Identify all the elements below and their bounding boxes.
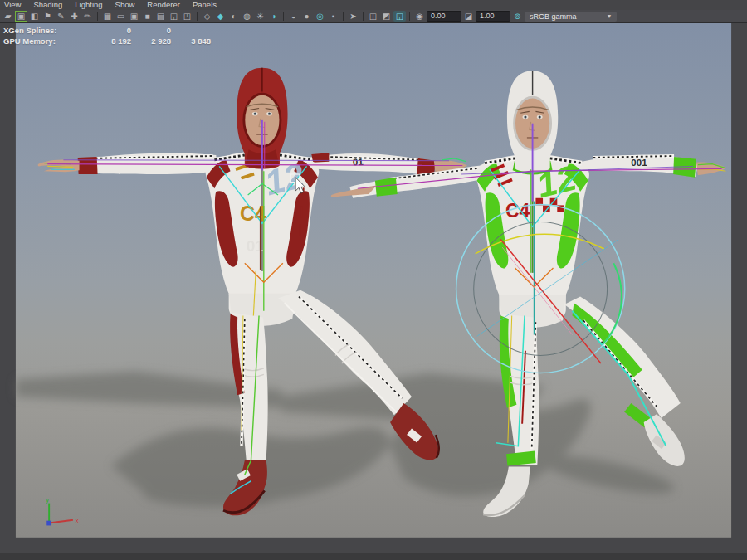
shadows-icon[interactable]: ◑	[267, 11, 280, 22]
menu-show[interactable]: Show	[115, 0, 135, 10]
hud-gpu-row: GPU Memory: 8 192 2 928 3 848	[3, 37, 211, 46]
camera-icon[interactable]: ▰	[2, 11, 14, 22]
toolbar-separator	[283, 12, 284, 21]
shaded-icon[interactable]: ◆	[214, 11, 227, 22]
toolbar-separator	[97, 12, 98, 21]
dropdown-arrow-icon: ▼	[607, 12, 613, 22]
wireframe-icon[interactable]: ◇	[201, 11, 213, 22]
hud-xgen-row: XGen Splines: 0 0	[3, 26, 211, 35]
exposure-field[interactable]: 0.00	[427, 11, 461, 22]
gamma-icon[interactable]: ◪	[462, 11, 475, 22]
grease-pencil-icon[interactable]: ✏	[81, 11, 94, 22]
exposure-icon[interactable]: ◉	[413, 11, 426, 22]
region-select-icon[interactable]: ◲	[393, 11, 406, 22]
hud-xgen-value: 0	[131, 26, 171, 35]
view-transform-icon[interactable]: ⊚	[511, 11, 524, 22]
image-overlay2-icon[interactable]: ◩	[380, 11, 393, 22]
menu-lighting[interactable]: Lighting	[75, 0, 102, 10]
resolution-gate-icon[interactable]: ▣	[128, 11, 140, 22]
dim-square-icon[interactable]: ▪	[327, 11, 339, 22]
menu-shading[interactable]: Shading	[33, 0, 62, 10]
textured-icon[interactable]: ◐	[227, 11, 240, 22]
pan-zoom-icon[interactable]: ✚	[68, 11, 81, 22]
safe-title-icon[interactable]: ◰	[181, 11, 193, 22]
field-chart-icon[interactable]: ▤	[154, 11, 167, 22]
select-tool-icon[interactable]: ➤	[347, 11, 359, 22]
hud-gpu-label: GPU Memory:	[3, 37, 91, 46]
head-display-icon[interactable]: ◒	[287, 11, 300, 22]
bookmark-icon[interactable]: ⚑	[42, 11, 54, 22]
toolbar-separator	[409, 12, 410, 21]
film-gate-icon[interactable]: ▭	[115, 11, 127, 22]
grid-icon[interactable]: ▦	[101, 11, 114, 22]
colorspace-dropdown[interactable]: sRGB gamma ▼	[525, 12, 617, 22]
maya-window: View Shading Lighting Show Renderer Pane…	[0, 0, 747, 560]
hud-xgen-value: 0	[91, 26, 131, 35]
image-overlay-icon[interactable]: ◫	[367, 11, 379, 22]
lights-icon[interactable]: ☀	[254, 11, 266, 22]
toolbar-separator	[343, 12, 344, 21]
viewport-canvas: 01 12 C4 01	[0, 23, 747, 553]
axis-y-label: y	[46, 496, 49, 504]
viewport-3d[interactable]: 01 12 C4 01	[0, 23, 747, 553]
sphere-icon[interactable]: ●	[300, 11, 313, 22]
toolbar-separator	[197, 12, 198, 21]
safe-action-icon[interactable]: ◱	[168, 11, 180, 22]
image-plane-icon[interactable]: ✎	[55, 11, 67, 22]
hud-gpu-value: 2 928	[131, 37, 171, 46]
left-character-chest-logo: C4	[240, 202, 266, 225]
left-character-watermark: 01	[247, 237, 265, 255]
panel-menubar: View Shading Lighting Show Renderer Pane…	[0, 0, 747, 10]
hud-gpu-value: 3 848	[171, 37, 211, 46]
checkered-ball-icon[interactable]: ◍	[241, 11, 253, 22]
bottom-bar	[0, 553, 747, 560]
gamma-field[interactable]: 1.00	[476, 11, 510, 22]
hud-xgen-value	[171, 26, 211, 35]
menu-renderer[interactable]: Renderer	[147, 0, 180, 10]
gate-mask-icon[interactable]: ■	[141, 11, 154, 22]
panel-toolbar: ▰ ▣ ◧ ⚑ ✎ ✚ ✏ ▦ ▭ ▣ ■ ▤ ◱ ◰ ◇ ◆ ◐ ◍ ☀ ◑ …	[0, 10, 747, 23]
axis-x-label: x	[76, 517, 79, 524]
heads-up-display: XGen Splines: 0 0 GPU Memory: 8 192 2 92…	[3, 26, 211, 47]
right-character-arm-number: 001	[631, 158, 647, 168]
menu-view[interactable]: View	[4, 0, 21, 10]
hud-gpu-value: 8 192	[91, 37, 131, 46]
colorspace-value: sRGB gamma	[530, 12, 577, 22]
hud-xgen-label: XGen Splines:	[3, 26, 91, 35]
select-camera-icon[interactable]: ▣	[15, 11, 27, 22]
toolbar-separator	[363, 12, 364, 21]
camera-lock-icon[interactable]: ◧	[28, 11, 41, 22]
menu-panels[interactable]: Panels	[193, 0, 217, 10]
plane-visibility-icon[interactable]: ◎	[314, 11, 326, 22]
